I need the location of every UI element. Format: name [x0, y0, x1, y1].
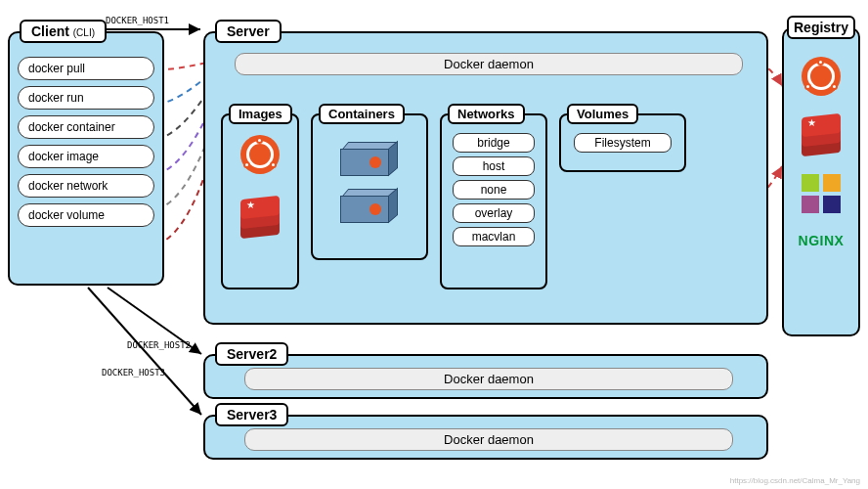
edge-label-host3: DOCKER_HOST3: [102, 368, 165, 378]
container-icon: [340, 145, 399, 180]
cmd-docker-network: docker network: [18, 174, 154, 198]
watermark: https://blog.csdn.net/Calma_Mr_Yang: [730, 476, 860, 485]
network-none: none: [453, 180, 536, 200]
cmd-docker-container: docker container: [18, 115, 154, 139]
volume-filesystem: Filesystem: [574, 133, 673, 153]
cmd-docker-run: docker run: [18, 86, 154, 110]
server2-panel: Server2 Docker daemon: [203, 354, 768, 399]
volumes-panel: Volumes Filesystem: [559, 113, 686, 172]
network-bridge: bridge: [453, 133, 536, 153]
containers-panel: Containers: [311, 113, 428, 260]
server-daemon-bar: Docker daemon: [235, 53, 743, 75]
edge-label-host1: DOCKER_HOST1: [106, 16, 169, 25]
images-panel: Images ★: [221, 113, 299, 289]
cmd-docker-volume: docker volume: [18, 203, 154, 227]
ubuntu-icon: [240, 135, 280, 174]
registry-panel: Registry ★ NGINX: [782, 27, 860, 336]
cmd-docker-pull: docker pull: [18, 57, 154, 80]
server3-daemon-bar: Docker daemon: [244, 428, 733, 451]
network-macvlan: macvlan: [453, 227, 536, 246]
edge-label-host2: DOCKER_HOST2: [127, 340, 191, 350]
images-title: Images: [229, 104, 292, 124]
networks-title: Networks: [448, 104, 525, 124]
centos-icon: [802, 174, 841, 213]
redis-icon: ★: [240, 198, 280, 237]
server-title: Server: [215, 20, 282, 43]
network-host: host: [453, 156, 536, 176]
server3-title: Server3: [215, 403, 288, 426]
networks-panel: Networks bridge host none overlay macvla…: [440, 113, 547, 289]
registry-title: Registry: [787, 16, 855, 39]
cmd-docker-image: docker image: [18, 145, 154, 168]
containers-title: Containers: [319, 104, 405, 124]
network-overlay: overlay: [453, 203, 536, 223]
ubuntu-icon: [802, 57, 841, 96]
container-icon: [340, 192, 399, 227]
client-title: Client (CLI): [20, 20, 107, 43]
client-title-text: Client: [31, 23, 69, 39]
redis-icon: ★: [802, 115, 841, 155]
server3-panel: Server3 Docker daemon: [203, 415, 768, 460]
server2-title: Server2: [215, 342, 288, 366]
server2-daemon-bar: Docker daemon: [244, 368, 733, 390]
client-panel: Client (CLI) docker pull docker run dock…: [8, 31, 164, 286]
volumes-title: Volumes: [567, 104, 638, 124]
client-subtitle: (CLI): [73, 27, 95, 38]
nginx-icon: NGINX: [799, 233, 845, 248]
